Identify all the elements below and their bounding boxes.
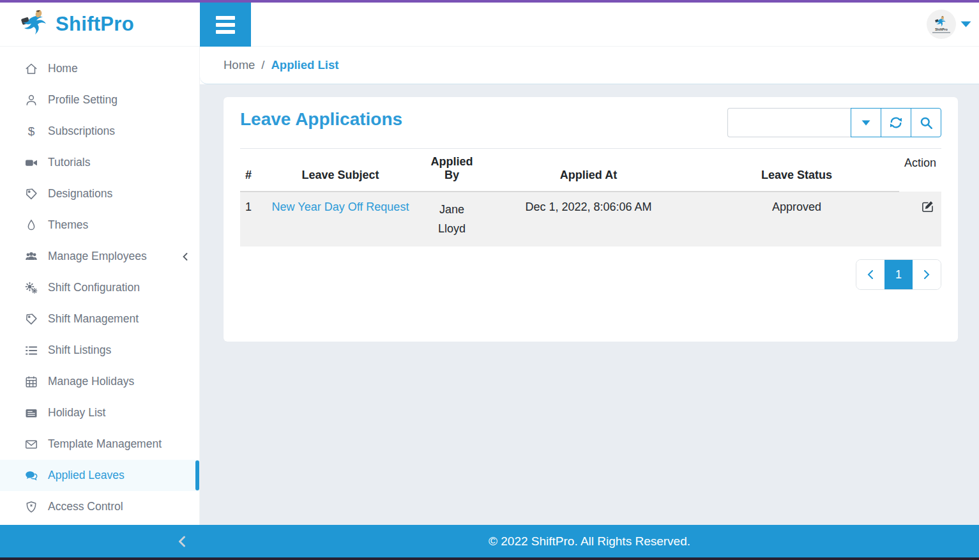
sidebar-item-access-control[interactable]: Access Control (0, 491, 199, 522)
logo-runner-icon (21, 10, 50, 39)
sidebar-item-tutorials[interactable]: Tutorials (0, 147, 199, 178)
user-avatar: ShiftPro (927, 10, 956, 39)
sidebar-item-designations[interactable]: Designations (0, 178, 199, 209)
app-window: ShiftPro ShiftPro Home (0, 0, 979, 560)
sidebar-item-label: Profile Setting (48, 93, 118, 107)
sidebar-item-label: Themes (48, 218, 88, 232)
caret-down-icon (861, 120, 870, 126)
pagination-page-1-button[interactable]: 1 (884, 260, 913, 289)
sidebar-item-label: Template Management (48, 437, 162, 451)
column-header-applied-at: Applied At (482, 149, 694, 192)
pagination-next-button[interactable] (913, 260, 941, 289)
search-button[interactable] (911, 108, 941, 137)
search-icon (920, 116, 933, 130)
tag-icon (24, 313, 38, 326)
avatar-label: ShiftPro (935, 28, 947, 31)
table-row: 1 New Year Day Off Request Jane Lloyd De… (240, 192, 941, 246)
gears-icon (24, 282, 38, 294)
table-header-row: # Leave Subject Applied By Applied At Le… (240, 149, 941, 192)
pagination: 1 (856, 259, 941, 290)
sidebar-item-manage-holidays[interactable]: Manage Holidays (0, 366, 199, 397)
sidebar-item-profile-setting[interactable]: Profile Setting (0, 84, 199, 116)
leave-status-cell: Approved (695, 192, 899, 246)
sidebar-item-home[interactable]: Home (0, 53, 199, 84)
table-search-group (727, 108, 941, 137)
home-icon (24, 63, 38, 75)
breadcrumb-home-link[interactable]: Home (224, 58, 255, 72)
sidebar-item-label: Access Control (48, 500, 123, 513)
sidebar-item-label: Manage Holidays (48, 375, 134, 388)
avatar-logo-icon (935, 16, 948, 27)
sidebar-item-label: Tutorials (48, 156, 90, 169)
chevron-left-icon (178, 536, 186, 547)
leave-subject-link[interactable]: New Year Day Off Request (272, 201, 409, 213)
submenu-chevron-left-icon (183, 253, 188, 261)
sidebar-item-label: Holiday List (48, 406, 105, 420)
sidebar-nav: Home Profile Setting $ Subscriptions Tut… (0, 47, 200, 525)
list-icon (24, 344, 38, 357)
user-menu-button[interactable]: ShiftPro (927, 3, 979, 46)
content-area: Leave Applications (200, 84, 979, 525)
sidebar-item-label: Shift Configuration (48, 281, 140, 294)
comments-icon (24, 469, 38, 482)
sidebar-item-subscriptions[interactable]: $ Subscriptions (0, 116, 199, 147)
applied-at-cell: Dec 1, 2022, 8:06:06 AM (482, 192, 694, 246)
list-alt-icon (24, 407, 38, 420)
hamburger-icon (216, 16, 235, 20)
app-logo[interactable]: ShiftPro (0, 3, 200, 46)
search-filter-dropdown-button[interactable] (851, 108, 881, 137)
shield-icon (24, 501, 38, 513)
droplet-icon (24, 219, 38, 232)
column-header-action: Action (899, 149, 941, 192)
dollar-icon: $ (24, 125, 38, 139)
pagination-prev-button[interactable] (856, 260, 884, 289)
copyright-text: © 2022 ShiftPro. All Rights Reserved. (200, 525, 979, 557)
tag-icon (24, 188, 38, 201)
search-input[interactable] (727, 108, 851, 137)
sidebar-item-label: Shift Management (48, 312, 139, 326)
video-icon (24, 156, 38, 169)
sidebar-collapse-button[interactable] (178, 536, 186, 547)
sidebar-toggle-button[interactable] (200, 3, 251, 47)
row-number-cell: 1 (240, 192, 259, 246)
breadcrumb-current: Applied List (271, 58, 339, 72)
sidebar-item-label: Designations (48, 187, 112, 201)
app-header: ShiftPro ShiftPro (0, 3, 979, 47)
leave-applications-table: # Leave Subject Applied By Applied At Le… (240, 148, 941, 246)
calendar-icon (24, 375, 38, 388)
sidebar-item-holiday-list[interactable]: Holiday List (0, 397, 199, 428)
sidebar-item-template-management[interactable]: Template Management (0, 428, 199, 460)
user-icon (24, 94, 38, 107)
column-header-applied-by: Applied By (421, 149, 483, 192)
sidebar-item-manage-employees[interactable]: Manage Employees (0, 241, 199, 272)
sidebar-item-shift-management[interactable]: Shift Management (0, 303, 199, 335)
refresh-icon (889, 116, 903, 130)
users-icon (24, 250, 38, 263)
sidebar-item-label: Home (48, 62, 78, 75)
sidebar-item-label: Manage Employees (48, 250, 147, 263)
sidebar-item-shift-configuration[interactable]: Shift Configuration (0, 272, 199, 303)
breadcrumb-separator: / (261, 58, 264, 72)
sidebar-item-applied-leaves[interactable]: Applied Leaves (0, 460, 199, 491)
sidebar-item-label: Subscriptions (48, 125, 115, 138)
envelope-icon (24, 438, 38, 451)
column-header-num: # (240, 149, 259, 192)
edit-icon (922, 201, 934, 213)
sidebar-item-shift-listings[interactable]: Shift Listings (0, 335, 199, 366)
sidebar-item-label: Shift Listings (48, 344, 111, 357)
page-title: Leave Applications (240, 108, 402, 131)
caret-down-icon (960, 21, 971, 27)
column-header-leave-subject: Leave Subject (259, 149, 421, 192)
app-footer: © 2022 ShiftPro. All Rights Reserved. (0, 525, 979, 560)
avatar-tagline (932, 32, 950, 33)
refresh-button[interactable] (881, 108, 911, 137)
column-header-leave-status: Leave Status (695, 149, 899, 192)
chevron-left-icon (867, 270, 874, 279)
app-logo-text: ShiftPro (56, 13, 134, 36)
sidebar-item-themes[interactable]: Themes (0, 209, 199, 241)
leave-applications-card: Leave Applications (224, 97, 958, 342)
applied-by-cell: Jane Lloyd (421, 192, 483, 246)
edit-button[interactable] (922, 201, 934, 215)
chevron-right-icon (923, 270, 930, 279)
sidebar-item-label: Applied Leaves (48, 469, 125, 482)
